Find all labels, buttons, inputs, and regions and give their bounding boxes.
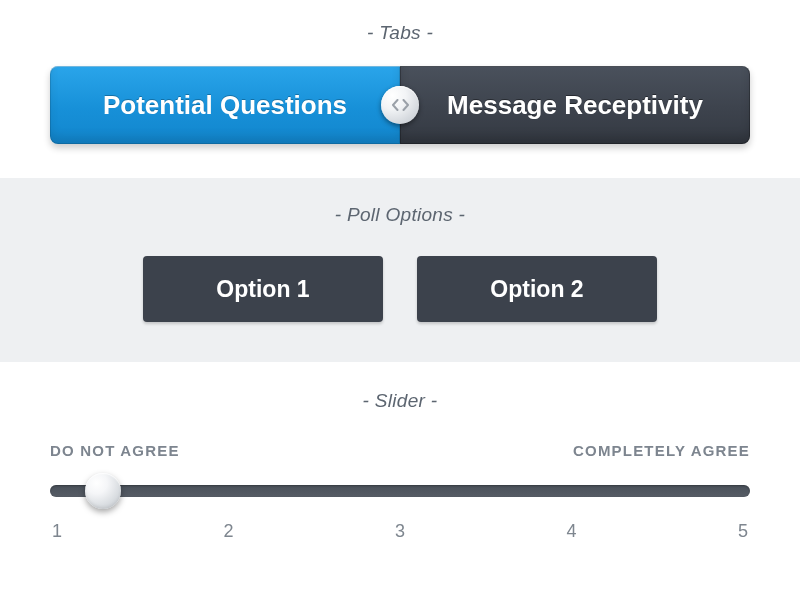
chevron-left-icon [391,99,400,111]
tab-divider-knob [381,86,419,124]
poll-panel: - Poll Options - Option 1 Option 2 [0,178,800,362]
tab-message-receptivity[interactable]: Message Receptivity [400,66,750,144]
chevron-right-icon [401,99,410,111]
slider-tick: 3 [395,521,405,542]
poll-option-1[interactable]: Option 1 [143,256,383,322]
slider-tick: 5 [738,521,748,542]
slider-max-label: COMPLETELY AGREE [573,442,750,459]
slider-track[interactable] [50,485,750,497]
tabs-container: Potential Questions Message Receptivity [50,66,750,144]
slider-thumb[interactable] [85,473,121,509]
poll-section-label: - Poll Options - [0,204,800,226]
slider-section-label: - Slider - [0,390,800,412]
tab-potential-questions[interactable]: Potential Questions [50,66,400,144]
slider-min-label: DO NOT AGREE [50,442,180,459]
slider-ticks: 1 2 3 4 5 [50,521,750,542]
slider-tick: 1 [52,521,62,542]
poll-option-2[interactable]: Option 2 [417,256,657,322]
tabs-section-label: - Tabs - [0,22,800,44]
slider-tick: 2 [223,521,233,542]
slider[interactable] [50,473,750,509]
poll-buttons: Option 1 Option 2 [0,256,800,322]
slider-tick: 4 [566,521,576,542]
